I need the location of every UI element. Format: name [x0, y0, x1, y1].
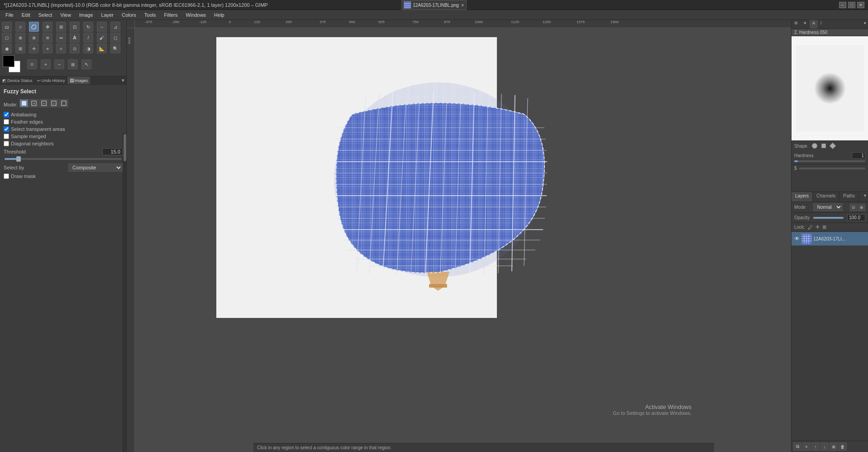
opacity-slider[interactable]	[813, 217, 844, 219]
hardness-slider[interactable]	[794, 160, 865, 162]
brush-panel-menu[interactable]: ▾	[862, 20, 868, 29]
tab-device-status[interactable]: ◩ Device Status	[0, 77, 35, 84]
lower-layer-btn[interactable]: ↓	[820, 442, 829, 451]
crop-icon[interactable]: ⊡	[70, 22, 80, 32]
menu-edit[interactable]: Edit	[18, 11, 34, 19]
menu-file[interactable]: File	[2, 11, 17, 19]
dodge-icon[interactable]: ◑	[83, 43, 93, 53]
tab-images[interactable]: 🖼 Images	[67, 77, 91, 84]
layer-visibility-icon[interactable]: 👁	[794, 236, 800, 242]
blur-icon[interactable]: ⊙	[70, 43, 80, 53]
mode-subtract-btn[interactable]: −	[39, 99, 48, 107]
fuzzy-select-icon[interactable]	[29, 22, 39, 32]
new-file-icon[interactable]: 🗂	[2, 22, 12, 32]
lock-all-icon[interactable]: ⊞	[822, 224, 826, 230]
toolbox-scrollbar[interactable]	[123, 133, 126, 452]
menu-view[interactable]: View	[57, 11, 75, 19]
menu-help[interactable]: Help	[210, 11, 228, 19]
text-icon[interactable]: A	[70, 33, 80, 43]
eraser-icon[interactable]: ◻	[110, 33, 120, 43]
menu-tools[interactable]: Tools	[141, 11, 160, 19]
antialiasing-checkbox[interactable]	[4, 112, 9, 117]
mode-intersect-btn[interactable]: ∩	[49, 99, 58, 107]
layers-panel-menu[interactable]: ▾	[862, 192, 868, 202]
paintbrush-icon[interactable]: 🖌	[97, 33, 107, 43]
menu-select[interactable]: Select	[35, 11, 56, 19]
tab-layers[interactable]: Layers	[792, 192, 813, 202]
brush-size-slider[interactable]	[799, 168, 865, 169]
blend-btn2[interactable]: ⊕	[858, 204, 865, 211]
menu-image[interactable]: Image	[76, 11, 97, 19]
close-button[interactable]: ✕	[857, 2, 864, 8]
mode-replace-btn[interactable]	[19, 99, 29, 107]
shape-diamond-btn[interactable]	[829, 142, 836, 149]
heal-icon[interactable]: ✛	[29, 43, 39, 53]
handle-transform-icon[interactable]: ⊗	[29, 33, 39, 43]
rotate-icon[interactable]: ↻	[83, 22, 93, 32]
flip-icon[interactable]: ⇔	[56, 33, 66, 43]
scale-icon[interactable]: ↔	[97, 22, 107, 32]
foreground-color-swatch[interactable]	[3, 55, 14, 67]
threshold-slider-track[interactable]	[5, 158, 122, 160]
mode-extra-btn[interactable]	[59, 99, 68, 107]
new-layer-from-visible-btn[interactable]: ⧉	[793, 442, 801, 451]
pencil-icon[interactable]: /	[83, 33, 93, 43]
toolbox-scrollbar-thumb[interactable]	[124, 134, 126, 161]
tab-channels[interactable]: Channels	[813, 192, 839, 202]
duplicate-layer-btn[interactable]: ⊕	[830, 442, 838, 451]
select-transparent-checkbox[interactable]	[4, 126, 9, 132]
draw-mask-checkbox[interactable]	[4, 173, 9, 179]
raise-layer-btn[interactable]: ↑	[811, 442, 820, 451]
brush-tool-presets-icon[interactable]: ✦	[801, 20, 810, 29]
feather-edges-checkbox[interactable]	[4, 119, 9, 125]
minimize-button[interactable]: –	[839, 2, 846, 8]
hardness-input[interactable]	[852, 152, 865, 159]
brush-dynamics-icon[interactable]: /	[818, 20, 825, 29]
opacity-input[interactable]	[847, 214, 865, 221]
move-icon[interactable]: ✥	[43, 22, 52, 32]
panel-menu-icon[interactable]: ▾	[120, 77, 126, 84]
perspective-icon[interactable]: ◻	[2, 33, 12, 43]
color-picker-icon[interactable]: 🔍	[110, 43, 120, 53]
blend-btn1[interactable]: ⊙	[850, 204, 857, 211]
new-layer-btn[interactable]: +	[802, 442, 811, 451]
image-tab-close[interactable]: ✕	[461, 3, 464, 8]
maximize-button[interactable]: □	[848, 2, 855, 8]
align-icon[interactable]: ⊞	[56, 22, 66, 32]
menu-layer[interactable]: Layer	[98, 11, 118, 19]
brush-preview-tab[interactable]: A	[810, 20, 818, 29]
threshold-input[interactable]: 15.0	[102, 148, 123, 155]
zoom-icon[interactable]: ⊹	[15, 22, 25, 32]
diagonal-neighbors-checkbox[interactable]	[4, 141, 9, 146]
menu-filters[interactable]: Filters	[161, 11, 181, 19]
threshold-slider-thumb[interactable]	[16, 156, 21, 162]
zoom-in-icon[interactable]: +	[41, 59, 51, 69]
zoom-fit-icon[interactable]: ⊞	[68, 59, 78, 69]
perspective-clone-icon[interactable]: ⋄	[43, 43, 52, 53]
shape-circle-btn[interactable]	[811, 142, 818, 149]
smudge-icon[interactable]: ≈	[56, 43, 66, 53]
mode-add-btn[interactable]: +	[29, 99, 38, 107]
lock-pixels-icon[interactable]: 🖊	[808, 225, 813, 230]
warp-icon[interactable]: ≋	[43, 33, 52, 43]
clone-icon[interactable]: ⊞	[15, 43, 25, 53]
brush-tool-options-icon[interactable]: ⚙	[792, 20, 801, 29]
layers-mode-select[interactable]: Normal Multiply Screen Overlay	[813, 203, 843, 211]
airbrush-icon[interactable]: ◉	[2, 43, 12, 53]
unified-transform-icon[interactable]: ⊕	[15, 33, 25, 43]
shape-square-btn[interactable]	[820, 142, 827, 149]
shear-icon[interactable]: ⊿	[110, 22, 120, 32]
tab-paths[interactable]: Paths	[839, 192, 859, 202]
layer-item[interactable]: 👁 12A6203-17LI...	[792, 232, 868, 245]
tab-undo-history[interactable]: ↩ Undo History	[35, 77, 67, 84]
delete-layer-btn[interactable]: 🗑	[839, 442, 847, 451]
pointer-icon[interactable]: ↖	[81, 59, 91, 69]
menu-colors[interactable]: Colors	[118, 11, 140, 19]
sample-merged-checkbox[interactable]	[4, 134, 9, 139]
image-tab[interactable]: 12A6203-17LINBL.png ✕	[401, 0, 467, 10]
lock-position-icon[interactable]: ✛	[816, 224, 820, 230]
menu-windows[interactable]: Windows	[182, 11, 210, 19]
reset-colors-icon[interactable]: ⊙	[27, 59, 37, 69]
canvas-container[interactable]: Activate Windows Go to Settings to activ…	[135, 28, 791, 443]
zoom-out-icon[interactable]: −	[54, 59, 64, 69]
